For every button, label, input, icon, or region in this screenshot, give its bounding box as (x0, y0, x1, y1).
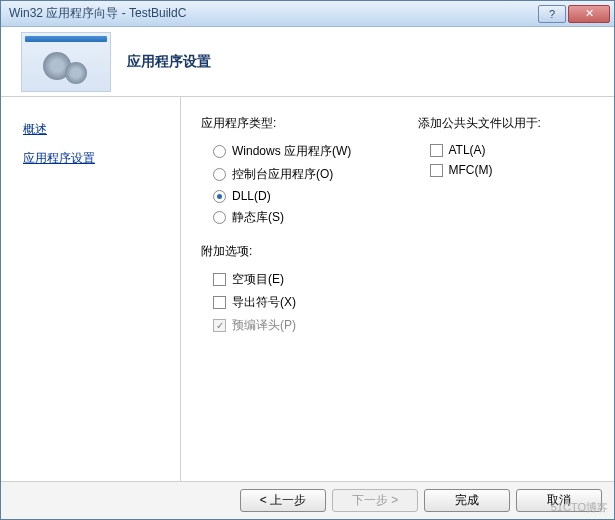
titlebar: Win32 应用程序向导 - TestBuildC ? ✕ (1, 1, 614, 27)
page-title: 应用程序设置 (127, 53, 211, 71)
checkbox-empty-project[interactable]: 空项目(E) (213, 268, 378, 291)
footer: < 上一步 下一步 > 完成 取消 (1, 481, 614, 519)
radio-icon (213, 190, 226, 203)
radio-dll[interactable]: DLL(D) (213, 186, 378, 206)
title-buttons: ? ✕ (538, 5, 610, 23)
additional-options-label: 附加选项: (201, 243, 378, 260)
cancel-button[interactable]: 取消 (516, 489, 602, 512)
app-type-label: 应用程序类型: (201, 115, 378, 132)
help-button[interactable]: ? (538, 5, 566, 23)
close-button[interactable]: ✕ (568, 5, 610, 23)
checkbox-icon (430, 164, 443, 177)
checkbox-mfc[interactable]: MFC(M) (430, 160, 595, 180)
next-button: 下一步 > (332, 489, 418, 512)
wizard-dialog: Win32 应用程序向导 - TestBuildC ? ✕ 应用程序设置 概述 … (0, 0, 615, 520)
window-title: Win32 应用程序向导 - TestBuildC (9, 5, 538, 22)
sidebar-item-settings[interactable]: 应用程序设置 (23, 144, 180, 173)
gear-icon (65, 62, 87, 84)
checkbox-icon (213, 319, 226, 332)
prev-button[interactable]: < 上一步 (240, 489, 326, 512)
checkbox-icon (213, 273, 226, 286)
sidebar-item-overview[interactable]: 概述 (23, 115, 180, 144)
app-type-options: Windows 应用程序(W) 控制台应用程序(O) DLL(D) 静态库(S) (213, 140, 378, 229)
right-column: 添加公共头文件以用于: ATL(A) MFC(M) (418, 115, 595, 463)
checkbox-icon (213, 296, 226, 309)
radio-windows-app[interactable]: Windows 应用程序(W) (213, 140, 378, 163)
header: 应用程序设置 (1, 27, 614, 97)
checkbox-atl[interactable]: ATL(A) (430, 140, 595, 160)
content: 应用程序类型: Windows 应用程序(W) 控制台应用程序(O) DLL(D… (181, 97, 614, 481)
radio-icon (213, 145, 226, 158)
radio-console-app[interactable]: 控制台应用程序(O) (213, 163, 378, 186)
body: 概述 应用程序设置 应用程序类型: Windows 应用程序(W) 控制台应用程… (1, 97, 614, 481)
common-headers-label: 添加公共头文件以用于: (418, 115, 595, 132)
wizard-icon (21, 32, 111, 92)
checkbox-icon (430, 144, 443, 157)
sidebar: 概述 应用程序设置 (1, 97, 181, 481)
finish-button[interactable]: 完成 (424, 489, 510, 512)
checkbox-precompiled-header: 预编译头(P) (213, 314, 378, 337)
common-headers-options: ATL(A) MFC(M) (430, 140, 595, 180)
checkbox-export-symbols[interactable]: 导出符号(X) (213, 291, 378, 314)
radio-static-lib[interactable]: 静态库(S) (213, 206, 378, 229)
radio-icon (213, 168, 226, 181)
radio-icon (213, 211, 226, 224)
left-column: 应用程序类型: Windows 应用程序(W) 控制台应用程序(O) DLL(D… (201, 115, 378, 463)
additional-options: 空项目(E) 导出符号(X) 预编译头(P) (213, 268, 378, 337)
